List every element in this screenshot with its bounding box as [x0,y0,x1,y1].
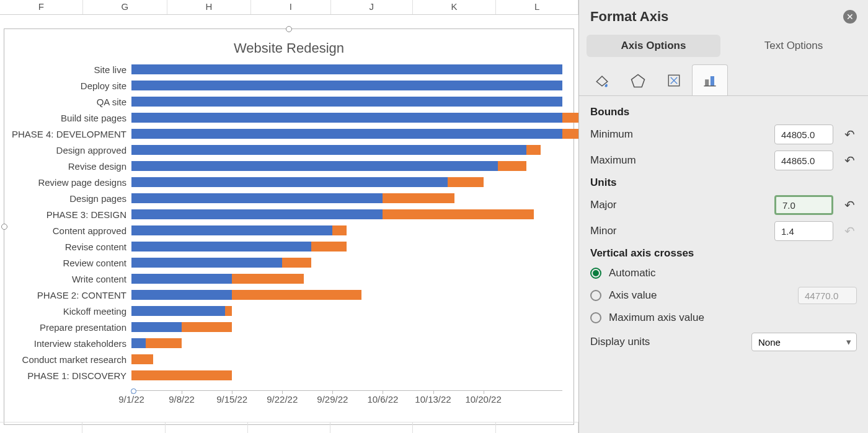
bar-row[interactable]: Interview stakeholders [131,335,562,351]
bar-segment-offset[interactable] [131,161,498,171]
display-units-select[interactable]: None [751,333,857,351]
pentagon-icon [629,72,647,89]
chart-plot-area[interactable]: Site liveDeploy siteQA siteBuild site pa… [131,61,562,387]
tab-fill-icon[interactable] [584,64,620,95]
bar-segment-duration[interactable] [383,209,533,219]
bar-segment-offset[interactable] [131,129,562,139]
bar-row[interactable]: QA site [131,94,562,110]
units-major-input[interactable] [774,195,833,215]
tab-text-options[interactable]: Text Options [727,35,861,57]
bar-segment-duration[interactable] [232,290,361,300]
bar-category-label: Interview stakeholders [7,338,131,349]
bar-segment-duration[interactable] [526,145,541,155]
bar-category-label: Write content [7,274,131,284]
undo-icon: ↶ [844,198,855,212]
chart-title[interactable]: Website Redesign [4,29,574,61]
bar-row[interactable]: PHASE 3: DESIGN [131,206,562,222]
col-header[interactable]: K [413,0,496,14]
bar-row[interactable]: Kickoff meeting [131,303,562,319]
bar-segment-offset[interactable] [131,145,526,155]
bar-segment-offset[interactable] [131,97,562,107]
bar-category-label: Content approved [7,225,131,236]
bar-category-label: Prepare presentation [7,322,131,333]
svg-marker-0 [632,74,645,87]
bar-segment-duration[interactable] [332,225,347,235]
tab-axis-options[interactable]: Axis Options [587,35,720,57]
x-axis-tick-label: 9/1/22 [118,394,144,405]
bar-segment-offset[interactable] [131,290,232,300]
col-header[interactable]: J [331,0,413,14]
display-units-label: Display units [590,336,751,348]
bar-segment-duration[interactable] [383,193,454,203]
bar-row[interactable]: Write content [131,271,562,287]
bar-chart-icon [701,72,719,89]
undo-icon: ↶ [844,224,855,238]
bar-row[interactable]: PHASE 2: CONTENT [131,287,562,303]
bar-segment-duration[interactable] [131,370,232,380]
bar-segment-offset[interactable] [131,193,383,203]
reset-major-button[interactable]: ↶ [842,198,857,212]
bar-segment-duration[interactable] [225,306,232,316]
bar-category-label: Kickoff meeting [7,306,131,317]
bar-segment-duration[interactable] [131,354,153,364]
radio-max-axis-value-label: Maximum axis value [609,312,857,324]
bar-row[interactable]: Revise content [131,238,562,255]
bar-segment-duration[interactable] [282,258,311,268]
col-header[interactable]: L [496,0,578,14]
radio-automatic[interactable] [590,268,601,279]
bar-row[interactable]: Review page designs [131,174,562,190]
bar-row[interactable]: PHASE 4: DEVELOPMENT [131,126,562,142]
tab-size-icon[interactable] [656,64,692,95]
bar-row[interactable]: Design pages [131,190,562,206]
bar-segment-duration[interactable] [498,161,526,171]
col-header[interactable]: F [0,0,83,14]
chart-x-axis[interactable]: 9/1/229/8/229/15/229/22/229/29/2210/6/22… [131,390,562,409]
bar-category-label: Deploy site [7,81,131,91]
bar-segment-offset[interactable] [131,338,146,348]
bar-segment-offset[interactable] [131,322,182,332]
bar-row[interactable]: Content approved [131,222,562,238]
svg-rect-3 [711,76,714,86]
col-header[interactable]: G [83,0,167,14]
tab-effects-icon[interactable] [620,64,656,95]
gantt-chart[interactable]: Website Redesign Site liveDeploy siteQA … [4,28,574,425]
bar-row[interactable]: Site live [131,61,562,77]
bar-segment-duration[interactable] [182,322,232,332]
bar-row[interactable]: Design approved [131,142,562,158]
bounds-min-input[interactable] [774,125,833,144]
bar-row[interactable]: Review content [131,255,562,271]
bar-row[interactable]: Deploy site [131,77,562,94]
reset-max-button[interactable]: ↶ [842,153,857,168]
bar-segment-offset[interactable] [131,81,562,90]
bar-segment-offset[interactable] [131,209,383,219]
bar-row[interactable]: Conduct market research [131,351,562,367]
bar-row[interactable]: Revise design [131,158,562,174]
bar-segment-offset[interactable] [131,306,225,316]
bar-segment-offset[interactable] [131,64,562,74]
units-minor-input[interactable] [774,221,833,241]
bar-segment-offset[interactable] [131,113,562,123]
tab-axis-icon[interactable] [692,64,728,95]
bar-segment-offset[interactable] [131,177,448,187]
bar-segment-duration[interactable] [232,274,304,284]
bar-segment-offset[interactable] [131,225,332,235]
bar-row[interactable]: Prepare presentation [131,319,562,335]
radio-axis-value[interactable] [590,290,601,301]
axis-selection-handle[interactable] [131,388,136,394]
reset-min-button[interactable]: ↶ [842,127,857,142]
axis-value-input[interactable] [798,287,857,304]
bar-segment-offset[interactable] [131,258,282,268]
bar-segment-offset[interactable] [131,242,311,251]
close-panel-button[interactable]: ✕ [843,10,857,24]
bar-row[interactable]: Build site pages [131,110,562,126]
bar-segment-duration[interactable] [448,177,484,187]
bar-segment-duration[interactable] [146,338,182,348]
bounds-max-input[interactable] [774,151,833,170]
bar-segment-offset[interactable] [131,274,232,284]
bar-category-label: Revise content [7,242,131,252]
bar-segment-duration[interactable] [311,242,347,251]
radio-max-axis-value[interactable] [590,312,601,323]
col-header[interactable]: I [251,0,331,14]
bar-row[interactable]: PHASE 1: DISCOVERY [131,367,562,383]
col-header[interactable]: H [167,0,251,14]
